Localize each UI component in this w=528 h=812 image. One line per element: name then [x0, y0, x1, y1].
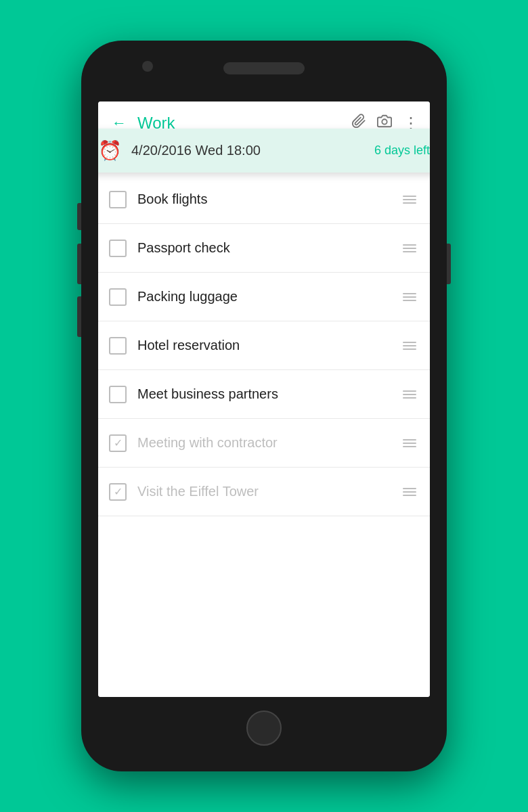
phone-top-area [81, 41, 447, 102]
phone-screen: ← Work ⋮ [98, 102, 430, 697]
drag-handle-7[interactable] [400, 485, 419, 499]
reminder-left: ⏰ 4/20/2016 Wed 18:00 [98, 139, 261, 162]
task-text-4: Hotel reservation [137, 338, 400, 353]
reminder-days-left: 6 days left [374, 143, 430, 158]
task-checkbox-2[interactable] [109, 240, 127, 257]
task-text-6: Meeting with contractor [137, 435, 400, 451]
phone-speaker [223, 62, 305, 74]
task-checkbox-3[interactable] [109, 288, 127, 306]
reminder-banner[interactable]: ⏰ 4/20/2016 Wed 18:00 6 days left [98, 129, 430, 173]
task-item[interactable]: Passport check [98, 224, 430, 273]
task-item[interactable]: Meet business partners [98, 370, 430, 419]
task-item-checked[interactable]: ✓ Meeting with contractor [98, 419, 430, 468]
drag-handle-6[interactable] [400, 436, 419, 450]
task-item-checked[interactable]: ✓ Visit the Eiffel Tower [98, 468, 430, 516]
drag-handle-1[interactable] [400, 193, 419, 206]
task-checkbox-7[interactable]: ✓ [109, 483, 127, 501]
phone-bottom-area [81, 697, 447, 771]
svg-point-0 [382, 119, 387, 124]
content-area: Business trip to Paris Book flights Pass… [98, 145, 430, 697]
screen-wrapper: ← Work ⋮ [98, 102, 430, 697]
volume-up-button [77, 203, 81, 230]
task-text-5: Meet business partners [137, 386, 400, 402]
task-text-3: Packing luggage [137, 289, 400, 304]
front-camera [142, 61, 153, 72]
power-button [447, 244, 451, 284]
phone-frame: ← Work ⋮ [81, 41, 447, 771]
volume-down-button [77, 244, 81, 284]
reminder-date: 4/20/2016 Wed 18:00 [131, 143, 261, 158]
task-checkbox-6[interactable]: ✓ [109, 434, 127, 452]
task-checkbox-4[interactable] [109, 337, 127, 355]
task-checkbox-5[interactable] [109, 386, 127, 403]
task-item[interactable]: Book flights [98, 175, 430, 224]
drag-handle-3[interactable] [400, 290, 419, 304]
check-mark-6: ✓ [114, 436, 123, 449]
home-button[interactable] [246, 710, 282, 746]
drag-handle-5[interactable] [400, 388, 419, 401]
task-text-7: Visit the Eiffel Tower [137, 484, 400, 499]
task-item[interactable]: Hotel reservation [98, 321, 430, 370]
check-mark-7: ✓ [114, 485, 123, 498]
alarm-icon: ⏰ [98, 139, 122, 162]
task-item[interactable]: Packing luggage [98, 273, 430, 321]
drag-handle-2[interactable] [400, 242, 419, 255]
silent-button [77, 296, 81, 337]
task-checkbox-1[interactable] [109, 191, 127, 208]
drag-handle-4[interactable] [400, 339, 419, 353]
task-text-2: Passport check [137, 240, 400, 256]
task-text-1: Book flights [137, 191, 400, 207]
task-list: Book flights Passport check [98, 175, 430, 516]
